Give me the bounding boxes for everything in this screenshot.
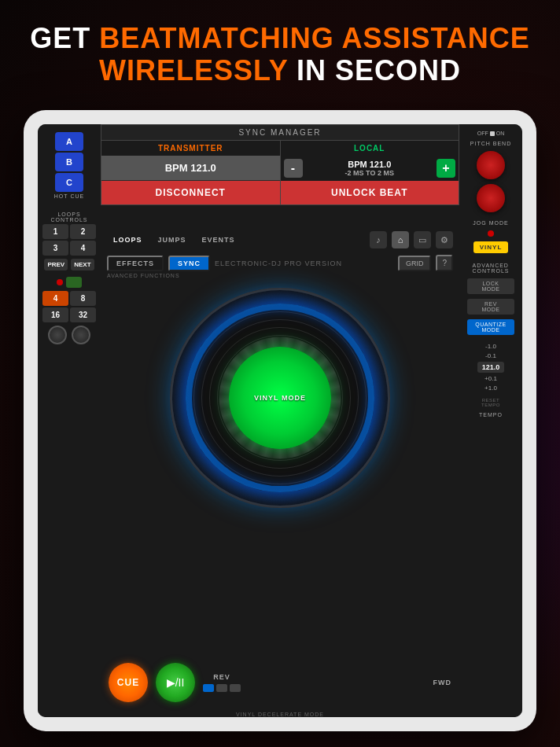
dj-screen: A B C HOT CUE LOOPSCONTROLS 1 2 3 4 PREV…: [38, 124, 522, 717]
jog-mode-label: JOG MODE: [473, 220, 508, 226]
jog-mode-indicator: [488, 230, 494, 237]
prev-button[interactable]: PREV: [44, 259, 68, 270]
turntable-disc[interactable]: VINYL MODE: [170, 288, 390, 508]
play-pause-button[interactable]: ▶/II: [156, 663, 195, 702]
tempo-value-display: 121.0: [477, 362, 505, 373]
sync-manager-title: SYNC MANAGER: [101, 125, 459, 141]
settings-icon[interactable]: ⚙: [436, 231, 453, 248]
local-bpm-area: - BPM 121.0 -2 MS TO 2 MS +: [281, 156, 459, 181]
vinyl-decelerate-label: VINYL DECELERATE MODE: [236, 712, 324, 717]
hot-cue-a-button[interactable]: A: [55, 132, 83, 151]
disconnect-button[interactable]: DISCONNECT: [101, 181, 281, 204]
bpm-plus-button[interactable]: +: [437, 159, 455, 178]
local-bpm-display: BPM 121.0 -2 MS TO 2 MS: [303, 160, 437, 177]
pitch-bend-knob-2[interactable]: [477, 184, 505, 212]
local-label: LOCAL: [281, 141, 459, 156]
tab-icon-row: ♪ ⌂ ▭ ⚙: [370, 231, 453, 248]
display-icon[interactable]: ▭: [414, 231, 431, 248]
unlock-beat-button[interactable]: UNLOCK BEAT: [281, 181, 459, 204]
music-note-icon[interactable]: ♪: [370, 231, 387, 248]
tape-icon-3: [230, 684, 241, 692]
loops-controls-label: LOOPSCONTROLS: [38, 212, 101, 223]
transmitter-column: TRANSMITTER BPM 121.0: [101, 141, 281, 181]
pitch-bend-label: PITCH BEND: [470, 141, 511, 146]
loop-btn-3[interactable]: 3: [42, 241, 68, 256]
advanced-controls-label: ADVANCEDCONTROLS: [473, 263, 510, 274]
loop-btn-16[interactable]: 16: [42, 307, 68, 322]
hot-cue-section: A B C HOT CUE: [38, 124, 101, 208]
help-button[interactable]: ?: [436, 255, 453, 271]
tape-icon-2: [216, 684, 227, 692]
effects-tab[interactable]: EFFECTS: [107, 256, 164, 271]
tempo-slider-area: -1.0 -0.1 121.0 +0.1 +1.0: [477, 343, 505, 392]
tempo-minus-1[interactable]: -1.0: [485, 343, 496, 350]
loop-btn-4[interactable]: 4: [70, 241, 96, 256]
tab-loops[interactable]: LOOPS: [107, 233, 149, 247]
tab-events[interactable]: EVENTS: [196, 233, 241, 247]
reset-tempo-label: RESETTEMPO: [481, 398, 500, 407]
local-column: LOCAL - BPM 121.0 -2 MS TO 2 MS +: [281, 141, 459, 181]
loop-btn-1[interactable]: 1: [42, 224, 68, 239]
search-knob-2[interactable]: [72, 326, 90, 344]
next-button[interactable]: NEXT: [71, 259, 94, 270]
tab-navigation: LOOPS JUMPS EVENTS ♪ ⌂ ▭ ⚙: [101, 226, 459, 253]
turntable-area: LOOPS JUMPS EVENTS ♪ ⌂ ▭ ⚙ EFFECTS SYNC …: [101, 226, 459, 717]
tempo-label: TEMPO: [479, 412, 503, 418]
left-panel: A B C HOT CUE LOOPSCONTROLS 1 2 3 4 PREV…: [38, 124, 101, 717]
tablet-frame: A B C HOT CUE LOOPSCONTROLS 1 2 3 4 PREV…: [24, 110, 536, 731]
tempo-plus-1[interactable]: +1.0: [484, 385, 497, 392]
off-on-indicator: OFF ON: [477, 131, 505, 136]
rev-area: REV: [203, 673, 241, 692]
tempo-plus-01[interactable]: +0.1: [484, 375, 497, 382]
loop-number-grid: 1 2 3 4: [38, 224, 101, 256]
fwd-label: FWD: [433, 679, 452, 686]
tape-icon-1: [203, 684, 214, 692]
sync-manager-panel: SYNC MANAGER TRANSMITTER BPM 121.0 LOCAL…: [101, 124, 459, 205]
loop-btn-32[interactable]: 32: [70, 307, 96, 322]
rev-mode-button[interactable]: REVMODE: [467, 299, 514, 315]
sync-tab[interactable]: SYNC: [168, 256, 210, 271]
green-toggle[interactable]: [66, 277, 82, 288]
avanced-functions-label: AVANCED FUNCTIONS: [101, 273, 180, 278]
pitch-bend-knob-1[interactable]: [477, 151, 505, 179]
transmitter-label: TRANSMITTER: [101, 141, 280, 156]
home-icon[interactable]: ⌂: [392, 231, 409, 248]
tape-icons-row: [203, 684, 241, 692]
search-knob-1[interactable]: [48, 326, 67, 344]
loop-number-grid-2: 4 8 16 32: [38, 291, 101, 322]
record-indicator: [57, 279, 63, 285]
header-line1: GET BEATMATCHING ASSISTANCE: [16, 22, 544, 54]
hot-cue-label: HOT CUE: [42, 193, 96, 199]
dj-version-label: ELECTRONIC-DJ PRO VERSION: [215, 259, 342, 267]
bottom-tabs: EFFECTS SYNC ELECTRONIC-DJ PRO VERSION G…: [101, 253, 459, 273]
transmitter-bpm: BPM 121.0: [101, 156, 280, 180]
loop-btn-4b[interactable]: 4: [42, 291, 68, 306]
loop-btn-8[interactable]: 8: [70, 291, 96, 306]
center-green-disc[interactable]: VINYL MODE: [229, 347, 331, 449]
header: GET BEATMATCHING ASSISTANCE WIRELESSLY I…: [0, 14, 560, 95]
rev-label: REV: [213, 673, 230, 681]
hot-cue-b-button[interactable]: B: [55, 153, 83, 171]
sync-action-row: DISCONNECT UNLOCK BEAT: [101, 181, 459, 204]
bottom-controls: CUE ▶/II REV FWD: [101, 657, 459, 708]
quantize-mode-button[interactable]: QUANTIZEMODE: [467, 319, 514, 335]
right-panel: OFF ON PITCH BEND JOG MODE VINYL ADVANCE…: [459, 124, 522, 717]
cue-button[interactable]: CUE: [109, 663, 148, 702]
tab-jumps[interactable]: JUMPS: [152, 233, 193, 247]
tempo-minus-01[interactable]: -0.1: [485, 352, 496, 359]
grid-button[interactable]: GRID: [398, 256, 432, 271]
on-indicator: [490, 131, 495, 136]
header-line2: WIRELESSLY IN SECOND: [16, 54, 544, 86]
lock-mode-button[interactable]: LOCKMODE: [467, 278, 514, 294]
vinyl-mode-button[interactable]: VINYL: [473, 241, 509, 253]
loop-btn-2[interactable]: 2: [70, 224, 96, 239]
vinyl-mode-text: VINYL MODE: [254, 394, 306, 402]
hot-cue-c-button[interactable]: C: [55, 173, 83, 192]
bpm-minus-button[interactable]: -: [284, 159, 303, 178]
sync-columns: TRANSMITTER BPM 121.0 LOCAL - BPM 121.0 …: [101, 141, 459, 181]
